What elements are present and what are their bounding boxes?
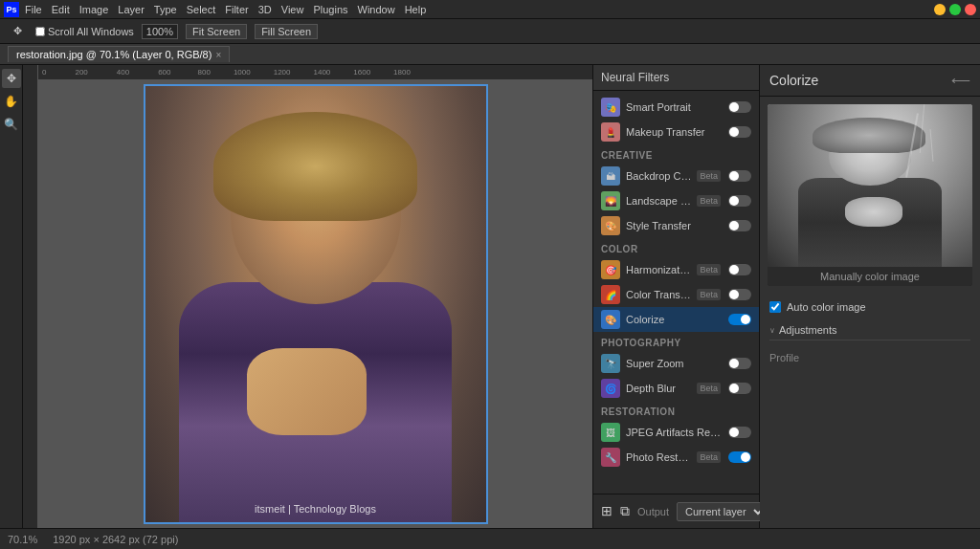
menu-items: File Edit Image Layer Type Select Filter… (25, 4, 426, 15)
color-section-label: COLOR (593, 238, 759, 257)
move-tool-icon[interactable]: ✥ (2, 69, 21, 88)
left-tools-panel: ✥ ✋ 🔍 (0, 65, 23, 528)
makeup-transfer-label: Makeup Transfer (626, 126, 723, 138)
menu-3d[interactable]: 3D (258, 4, 272, 15)
menu-help[interactable]: Help (405, 4, 427, 15)
vertical-ruler (23, 65, 38, 528)
menu-image[interactable]: Image (79, 4, 109, 15)
menu-plugins[interactable]: Plugins (313, 4, 347, 15)
colorize-title: Colorize (769, 73, 818, 88)
minimize-button[interactable] (934, 4, 946, 15)
style-transfer-label: Style Transfer (626, 220, 723, 231)
backdrop-toggle[interactable] (728, 170, 751, 182)
maximize-button[interactable] (949, 4, 961, 15)
main-layout: ✥ ✋ 🔍 0 200 400 600 800 1000 1200 1400 1… (0, 65, 980, 528)
depth-blur-label: Depth Blur (626, 383, 691, 394)
filter-smart-portrait[interactable]: 🎭 Smart Portrait (593, 95, 759, 120)
menu-filter[interactable]: Filter (225, 4, 248, 15)
color-transfer-label: Color Transfer (626, 289, 691, 300)
menu-window[interactable]: Window (358, 4, 395, 15)
filter-super-zoom[interactable]: 🔭 Super Zoom (593, 351, 759, 376)
colorize-panel: Colorize ⟵ Manu (760, 65, 980, 528)
landscape-toggle[interactable] (728, 195, 751, 207)
status-bar: 70.1% 1920 px × 2642 px (72 ppi) (0, 528, 980, 549)
colorize-toggle[interactable] (728, 314, 751, 325)
fit-screen-button[interactable]: Fit Screen (186, 24, 247, 39)
color-transfer-badge: Beta (697, 289, 721, 300)
layers-manage-icon[interactable]: ⧉ (620, 503, 630, 520)
menu-bar: Ps File Edit Image Layer Type Select Fil… (0, 0, 980, 19)
filter-backdrop[interactable]: 🏔 Backdrop Crea... Beta (593, 164, 759, 188)
filter-depth-blur[interactable]: 🌀 Depth Blur Beta (593, 376, 759, 401)
horizontal-ruler: 0 200 400 600 800 1000 1200 1400 1600 18… (23, 65, 592, 80)
filter-jpeg-artifacts[interactable]: 🖼 JPEG Artifacts Removal (593, 420, 759, 445)
adjustments-label: Adjustments (779, 324, 837, 336)
zoom-tool-icon[interactable]: 🔍 (2, 115, 21, 134)
auto-color-row: Auto color image (769, 301, 970, 313)
layers-icon[interactable]: ⊞ (601, 503, 612, 520)
move-tool[interactable]: ✥ (8, 23, 28, 39)
auto-color-checkbox[interactable] (769, 301, 781, 313)
super-zoom-label: Super Zoom (626, 358, 723, 369)
backdrop-icon: 🏔 (601, 166, 620, 186)
menu-edit[interactable]: Edit (52, 4, 70, 15)
adjustments-toggle[interactable]: ∨ Adjustments (769, 320, 970, 340)
photo-restoration-badge: Beta (697, 451, 721, 463)
smart-portrait-toggle[interactable] (728, 101, 751, 113)
preview-label: Manually color image (768, 267, 972, 286)
filter-colorize[interactable]: 🎨 Colorize (593, 307, 759, 332)
profile-label: Profile (769, 348, 970, 367)
harmonization-toggle[interactable] (728, 264, 751, 275)
jpeg-artifacts-toggle[interactable] (728, 427, 751, 438)
scroll-all-checkbox[interactable]: Scroll All Windows (35, 26, 134, 37)
filter-harmonization[interactable]: 🎯 Harmonization Beta (593, 257, 759, 282)
menu-layer[interactable]: Layer (118, 4, 145, 15)
output-select[interactable]: Current layer New layer Smart filter (677, 502, 767, 521)
depth-blur-icon: 🌀 (601, 379, 620, 398)
fill-screen-button[interactable]: Fill Screen (255, 24, 318, 39)
photo-restoration-toggle[interactable] (728, 451, 751, 463)
photo-restoration-label: Photo Restorat... (626, 451, 691, 463)
tab-bar: restoration.jpg @ 70.1% (Layer 0, RGB/8)… (0, 44, 980, 65)
makeup-transfer-toggle[interactable] (728, 126, 751, 138)
size-status: 1920 px × 2642 px (72 ppi) (53, 534, 178, 545)
app-icon: Ps (4, 2, 19, 17)
backdrop-badge: Beta (697, 170, 721, 182)
hand-tool-icon[interactable]: ✋ (2, 92, 21, 111)
canvas-image[interactable]: itsmeit | Technology Blogs (38, 80, 592, 528)
harmonization-icon: 🎯 (601, 260, 620, 279)
file-tab[interactable]: restoration.jpg @ 70.1% (Layer 0, RGB/8)… (8, 46, 230, 62)
canvas-area: 0 200 400 600 800 1000 1200 1400 1600 18… (23, 65, 592, 528)
harmonization-label: Harmonization (626, 264, 691, 275)
super-zoom-toggle[interactable] (728, 358, 751, 369)
filter-makeup-transfer[interactable]: 💄 Makeup Transfer (593, 120, 759, 144)
color-transfer-toggle[interactable] (728, 289, 751, 300)
neural-filters-content[interactable]: 🎭 Smart Portrait 💄 Makeup Transfer CREAT… (593, 91, 759, 494)
filter-color-transfer[interactable]: 🌈 Color Transfer Beta (593, 282, 759, 307)
auto-color-label: Auto color image (787, 301, 866, 313)
colorize-icon: 🎨 (601, 310, 620, 329)
filter-photo-restoration[interactable]: 🔧 Photo Restorat... Beta (593, 445, 759, 470)
jpeg-artifacts-label: JPEG Artifacts Removal (626, 427, 723, 438)
menu-view[interactable]: View (281, 4, 304, 15)
creative-section-label: CREATIVE (593, 144, 759, 164)
photo-restoration-icon: 🔧 (601, 448, 620, 467)
filter-style-transfer[interactable]: 🎨 Style Transfer (593, 213, 759, 238)
close-button[interactable] (965, 4, 976, 15)
super-zoom-icon: 🔭 (601, 354, 620, 373)
landscape-badge: Beta (697, 195, 721, 207)
depth-blur-toggle[interactable] (728, 383, 751, 394)
colorize-back-icon[interactable]: ⟵ (951, 73, 970, 88)
tab-close-icon[interactable]: × (215, 50, 221, 60)
landscape-icon: 🌄 (601, 191, 620, 210)
menu-select[interactable]: Select (187, 4, 216, 15)
neural-bottom-bar: ⊞ ⧉ Output Current layer New layer Smart… (593, 494, 759, 528)
zoom-input[interactable]: 100% (142, 24, 178, 39)
menu-type[interactable]: Type (154, 4, 177, 15)
menu-file[interactable]: File (25, 4, 42, 15)
style-transfer-toggle[interactable] (728, 220, 751, 231)
style-transfer-icon: 🎨 (601, 216, 620, 235)
filter-landscape[interactable]: 🌄 Landscape Mi... Beta (593, 188, 759, 213)
jpeg-artifacts-icon: 🖼 (601, 423, 620, 442)
harmonization-badge: Beta (697, 264, 721, 275)
